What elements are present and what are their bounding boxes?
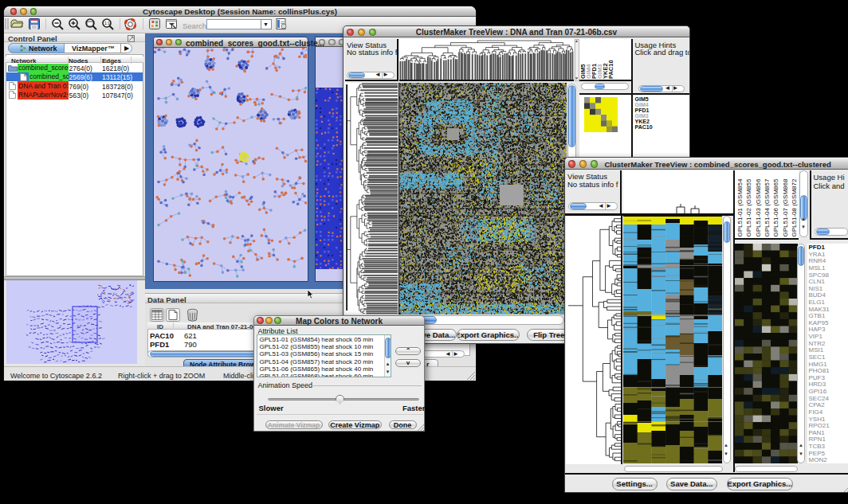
svg-text:1:1: 1:1 xyxy=(104,21,110,25)
